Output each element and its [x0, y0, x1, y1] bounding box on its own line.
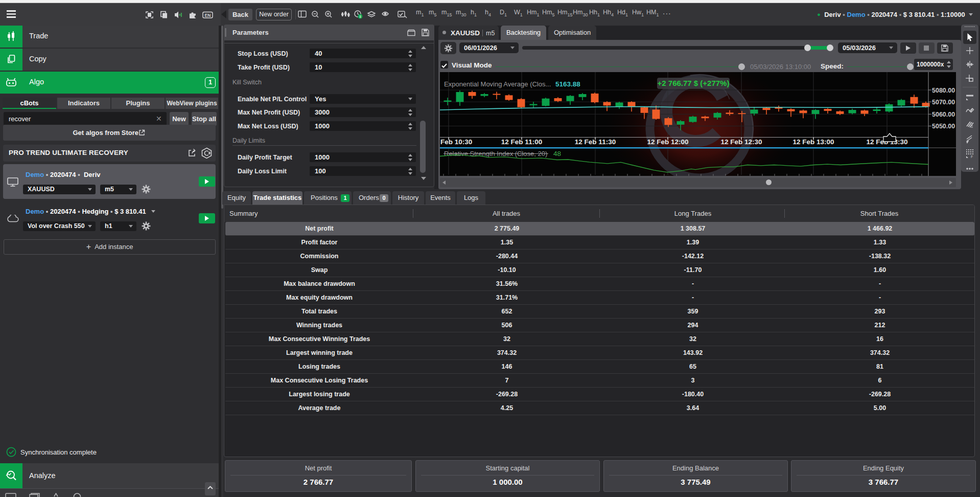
svg-text:12 Feb 12:00: 12 Feb 12:00 [647, 138, 688, 146]
svg-text:5050.00: 5050.00 [932, 123, 955, 130]
svg-text:+2 766.77 $ (+277%): +2 766.77 $ (+277%) [658, 79, 730, 87]
svg-text:Exponential Moving Average (Cl: Exponential Moving Average (Clos... [444, 80, 551, 88]
svg-text:12 Feb 11:00: 12 Feb 11:00 [501, 138, 542, 146]
svg-text:12 Feb 13:00: 12 Feb 13:00 [792, 138, 834, 146]
svg-text:Feb 10:30: Feb 10:30 [440, 138, 472, 146]
svg-text:12 Feb 11:30: 12 Feb 11:30 [575, 138, 616, 146]
svg-text:EN: EN [205, 13, 211, 18]
svg-text:5163.88: 5163.88 [555, 80, 580, 88]
svg-text:12 Feb 12:30: 12 Feb 12:30 [720, 138, 762, 146]
svg-text:48: 48 [553, 150, 561, 157]
svg-text:5080.00: 5080.00 [932, 87, 955, 94]
svg-text:5060.00: 5060.00 [932, 111, 955, 118]
svg-text:5070.00: 5070.00 [932, 99, 955, 106]
svg-text:8: 8 [359, 15, 361, 18]
svg-text:F: F [971, 155, 973, 159]
